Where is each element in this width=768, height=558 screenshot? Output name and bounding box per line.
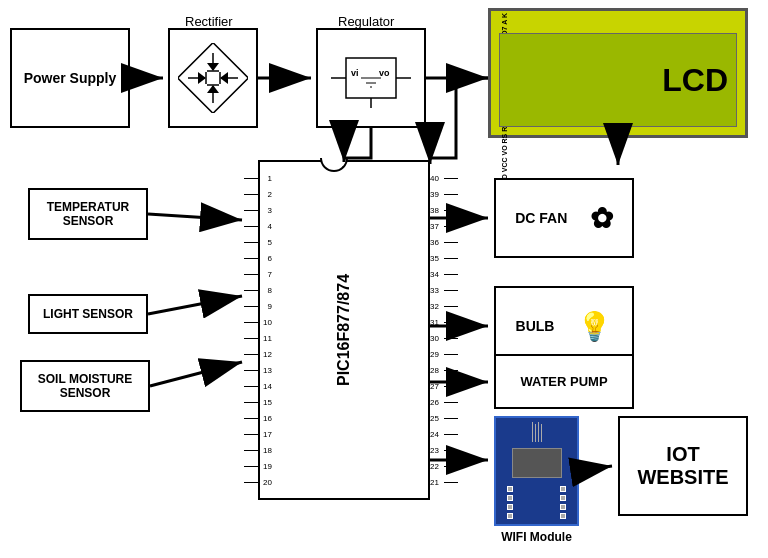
svg-text:vo: vo bbox=[379, 68, 390, 78]
regulator-label: Regulator bbox=[338, 14, 394, 29]
svg-line-34 bbox=[579, 466, 612, 471]
lcd-box: GND VCC VO RS RW E D0 D1 D2 D3 D4 D5 D6 … bbox=[488, 8, 748, 138]
pic-right-pin-27: 27 bbox=[430, 378, 458, 394]
svg-marker-8 bbox=[198, 72, 206, 84]
pic-right-pin-22: 22 bbox=[430, 458, 458, 474]
pic-right-pin-34: 34 bbox=[430, 266, 458, 282]
pic-pins-left: 1234567891011121314151617181920 bbox=[244, 170, 272, 490]
svg-marker-5 bbox=[207, 85, 219, 93]
wifi-module-label: WIFI Module bbox=[494, 530, 579, 544]
pic-left-pin-12: 12 bbox=[244, 346, 272, 362]
pic-right-pin-26: 26 bbox=[430, 394, 458, 410]
wifi-chip bbox=[512, 448, 562, 478]
pic-left-pin-18: 18 bbox=[244, 442, 272, 458]
svg-line-29 bbox=[150, 362, 242, 386]
pic-left-pin-9: 9 bbox=[244, 298, 272, 314]
fan-icon: ✿ bbox=[590, 202, 613, 235]
rectifier-symbol bbox=[178, 43, 248, 113]
pic-left-pin-16: 16 bbox=[244, 410, 272, 426]
soil-sensor-box: SOIL MOISTURE SENSOR bbox=[20, 360, 150, 412]
rectifier-box bbox=[168, 28, 258, 128]
dc-fan-label: DC FAN bbox=[515, 210, 567, 226]
svg-marker-11 bbox=[220, 72, 228, 84]
rectifier-label: Rectifier bbox=[185, 14, 233, 29]
pic-pins-right: 4039383736353433323130292827262524232221 bbox=[430, 170, 458, 490]
pic-left-pin-2: 2 bbox=[244, 186, 272, 202]
power-supply-label: Power Supply bbox=[24, 70, 117, 86]
bulb-icon: 💡 bbox=[577, 310, 612, 343]
pic-right-pin-21: 21 bbox=[430, 474, 458, 490]
pic-left-pin-8: 8 bbox=[244, 282, 272, 298]
pic-right-pin-37: 37 bbox=[430, 218, 458, 234]
pic-right-pin-33: 33 bbox=[430, 282, 458, 298]
temp-sensor-box: TEMPERATUR SENSOR bbox=[28, 188, 148, 240]
wifi-module-box bbox=[494, 416, 579, 526]
pic-left-pin-17: 17 bbox=[244, 426, 272, 442]
pic-left-pin-14: 14 bbox=[244, 378, 272, 394]
svg-line-27 bbox=[148, 214, 242, 220]
diagram: Rectifier Regulator Power Supply bbox=[0, 0, 768, 558]
iot-website-box: IOT WEBSITE bbox=[618, 416, 748, 516]
wifi-pins bbox=[507, 486, 565, 519]
pic-right-pin-40: 40 bbox=[430, 170, 458, 186]
light-sensor-box: LIGHT SENSOR bbox=[28, 294, 148, 334]
svg-line-28 bbox=[148, 296, 242, 314]
pic-right-pin-25: 25 bbox=[430, 410, 458, 426]
pic-right-pin-38: 38 bbox=[430, 202, 458, 218]
temp-sensor-label: TEMPERATUR SENSOR bbox=[30, 200, 146, 228]
pic-left-pin-11: 11 bbox=[244, 330, 272, 346]
pic-right-pin-32: 32 bbox=[430, 298, 458, 314]
water-pump-box: WATER PUMP bbox=[494, 354, 634, 409]
pic-left-pin-10: 10 bbox=[244, 314, 272, 330]
pic-body: PIC16F877/874 bbox=[258, 160, 430, 500]
soil-sensor-label: SOIL MOISTURE SENSOR bbox=[22, 372, 148, 400]
bulb-label: BULB bbox=[516, 318, 555, 334]
pic-right-pin-28: 28 bbox=[430, 362, 458, 378]
pic-left-pin-19: 19 bbox=[244, 458, 272, 474]
lcd-label: LCD bbox=[662, 62, 728, 99]
power-supply-box: Power Supply bbox=[10, 28, 130, 128]
pic-right-pin-36: 36 bbox=[430, 234, 458, 250]
pic-right-pin-24: 24 bbox=[430, 426, 458, 442]
pic-left-pin-1: 1 bbox=[244, 170, 272, 186]
pic-left-pin-7: 7 bbox=[244, 266, 272, 282]
pic-left-pin-3: 3 bbox=[244, 202, 272, 218]
pic-left-pin-5: 5 bbox=[244, 234, 272, 250]
pic-left-pin-15: 15 bbox=[244, 394, 272, 410]
iot-website-label: IOT WEBSITE bbox=[620, 443, 746, 489]
pic-right-pin-29: 29 bbox=[430, 346, 458, 362]
dc-fan-box: DC FAN ✿ bbox=[494, 178, 634, 258]
pic-left-pin-4: 4 bbox=[244, 218, 272, 234]
pic-left-pin-6: 6 bbox=[244, 250, 272, 266]
pic-right-pin-39: 39 bbox=[430, 186, 458, 202]
regulator-symbol: vi vo bbox=[326, 43, 416, 113]
pic-left-pin-20: 20 bbox=[244, 474, 272, 490]
water-pump-label: WATER PUMP bbox=[520, 374, 607, 389]
pic-right-pin-23: 23 bbox=[430, 442, 458, 458]
svg-text:vi: vi bbox=[351, 68, 359, 78]
pic-label: PIC16F877/874 bbox=[335, 274, 353, 386]
pic-left-pin-13: 13 bbox=[244, 362, 272, 378]
pic-right-pin-31: 31 bbox=[430, 314, 458, 330]
pic-right-pin-35: 35 bbox=[430, 250, 458, 266]
svg-marker-2 bbox=[207, 63, 219, 71]
light-sensor-label: LIGHT SENSOR bbox=[43, 307, 133, 321]
regulator-box: vi vo bbox=[316, 28, 426, 128]
pic-right-pin-30: 30 bbox=[430, 330, 458, 346]
